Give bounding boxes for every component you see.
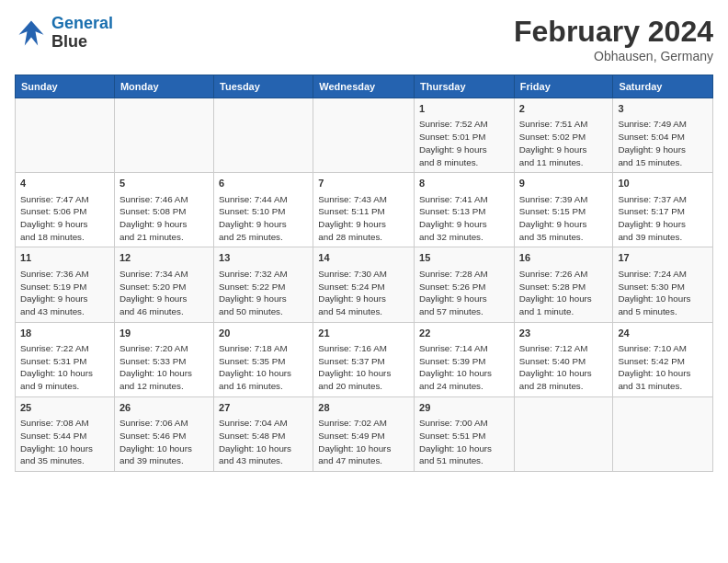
calendar-cell: 21Sunrise: 7:16 AM Sunset: 5:37 PM Dayli… [313,322,415,396]
calendar-cell: 4Sunrise: 7:47 AM Sunset: 5:06 PM Daylig… [16,173,115,247]
day-number: 26 [119,401,209,415]
day-number: 10 [618,177,708,190]
weekday-header: Saturday [613,75,713,98]
day-number: 29 [419,401,509,415]
logo-line2: Blue [51,33,113,52]
day-info: Sunrise: 7:02 AM Sunset: 5:49 PM Dayligh… [318,417,409,467]
day-info: Sunrise: 7:10 AM Sunset: 5:42 PM Dayligh… [618,342,708,393]
day-info: Sunrise: 7:44 AM Sunset: 5:10 PM Dayligh… [219,193,308,244]
day-number: 16 [519,251,609,265]
calendar-cell: 11Sunrise: 7:36 AM Sunset: 5:19 PM Dayli… [16,247,115,322]
day-number: 19 [119,327,209,340]
day-number: 17 [618,251,708,265]
calendar-cell: 20Sunrise: 7:18 AM Sunset: 5:35 PM Dayli… [214,322,313,396]
day-info: Sunrise: 7:30 AM Sunset: 5:24 PM Dayligh… [318,268,409,318]
day-number: 9 [519,177,609,190]
day-number: 27 [219,401,308,415]
calendar-cell: 15Sunrise: 7:28 AM Sunset: 5:26 PM Dayli… [415,247,515,322]
weekday-header: Wednesday [313,75,415,98]
calendar-cell: 6Sunrise: 7:44 AM Sunset: 5:10 PM Daylig… [214,173,313,247]
calendar-cell: 5Sunrise: 7:46 AM Sunset: 5:08 PM Daylig… [114,173,213,247]
day-info: Sunrise: 7:06 AM Sunset: 5:46 PM Dayligh… [119,417,209,467]
calendar-cell [613,396,713,471]
day-number: 14 [318,251,409,265]
title-block: February 2024 Obhausen, Germany [514,15,713,63]
calendar-cell: 24Sunrise: 7:10 AM Sunset: 5:42 PM Dayli… [613,322,713,396]
calendar-cell: 8Sunrise: 7:41 AM Sunset: 5:13 PM Daylig… [415,173,515,247]
calendar-cell: 2Sunrise: 7:51 AM Sunset: 5:02 PM Daylig… [514,98,613,173]
day-number: 18 [20,327,109,340]
day-number: 21 [318,327,409,340]
day-info: Sunrise: 7:16 AM Sunset: 5:37 PM Dayligh… [318,342,409,393]
day-info: Sunrise: 7:26 AM Sunset: 5:28 PM Dayligh… [519,268,609,318]
calendar-cell: 13Sunrise: 7:32 AM Sunset: 5:22 PM Dayli… [214,247,313,322]
calendar-cell: 22Sunrise: 7:14 AM Sunset: 5:39 PM Dayli… [415,322,515,396]
month-title: February 2024 [514,15,713,49]
day-info: Sunrise: 7:49 AM Sunset: 5:04 PM Dayligh… [618,118,708,168]
day-number: 25 [20,401,109,415]
calendar-cell [114,98,213,173]
day-number: 2 [519,102,609,116]
calendar-cell: 28Sunrise: 7:02 AM Sunset: 5:49 PM Dayli… [313,396,415,471]
day-number: 5 [119,177,209,190]
weekday-header: Monday [114,75,213,98]
day-info: Sunrise: 7:36 AM Sunset: 5:19 PM Dayligh… [20,268,109,318]
day-info: Sunrise: 7:12 AM Sunset: 5:40 PM Dayligh… [519,342,609,393]
calendar-cell [514,396,613,471]
logo-line1: General [51,14,113,32]
calendar-cell: 12Sunrise: 7:34 AM Sunset: 5:20 PM Dayli… [114,247,213,322]
day-number: 15 [419,251,509,265]
day-number: 3 [618,102,708,116]
day-info: Sunrise: 7:34 AM Sunset: 5:20 PM Dayligh… [119,268,209,318]
day-number: 28 [318,401,409,415]
day-info: Sunrise: 7:39 AM Sunset: 5:15 PM Dayligh… [519,193,609,244]
day-number: 24 [618,327,708,340]
logo-icon [15,17,48,50]
calendar-cell: 27Sunrise: 7:04 AM Sunset: 5:48 PM Dayli… [214,396,313,471]
day-info: Sunrise: 7:43 AM Sunset: 5:11 PM Dayligh… [318,193,409,244]
day-info: Sunrise: 7:32 AM Sunset: 5:22 PM Dayligh… [219,268,308,318]
day-info: Sunrise: 7:52 AM Sunset: 5:01 PM Dayligh… [419,118,509,168]
day-number: 11 [20,251,109,265]
day-info: Sunrise: 7:47 AM Sunset: 5:06 PM Dayligh… [20,193,109,244]
calendar-cell: 17Sunrise: 7:24 AM Sunset: 5:30 PM Dayli… [613,247,713,322]
calendar-cell: 18Sunrise: 7:22 AM Sunset: 5:31 PM Dayli… [16,322,115,396]
calendar-table: SundayMondayTuesdayWednesdayThursdayFrid… [15,75,713,472]
day-number: 22 [419,327,509,340]
weekday-header: Tuesday [214,75,313,98]
calendar-cell: 26Sunrise: 7:06 AM Sunset: 5:46 PM Dayli… [114,396,213,471]
day-info: Sunrise: 7:41 AM Sunset: 5:13 PM Dayligh… [419,193,509,244]
calendar-cell [313,98,415,173]
day-number: 8 [419,177,509,190]
day-number: 4 [20,177,109,190]
day-info: Sunrise: 7:28 AM Sunset: 5:26 PM Dayligh… [419,268,509,318]
day-info: Sunrise: 7:37 AM Sunset: 5:17 PM Dayligh… [618,193,708,244]
location: Obhausen, Germany [514,49,713,63]
day-info: Sunrise: 7:24 AM Sunset: 5:30 PM Dayligh… [618,268,708,318]
calendar-cell: 7Sunrise: 7:43 AM Sunset: 5:11 PM Daylig… [313,173,415,247]
day-info: Sunrise: 7:20 AM Sunset: 5:33 PM Dayligh… [119,342,209,393]
day-info: Sunrise: 7:04 AM Sunset: 5:48 PM Dayligh… [219,417,308,467]
calendar-cell: 23Sunrise: 7:12 AM Sunset: 5:40 PM Dayli… [514,322,613,396]
day-info: Sunrise: 7:22 AM Sunset: 5:31 PM Dayligh… [20,342,109,393]
calendar-cell: 16Sunrise: 7:26 AM Sunset: 5:28 PM Dayli… [514,247,613,322]
day-number: 23 [519,327,609,340]
calendar-cell: 10Sunrise: 7:37 AM Sunset: 5:17 PM Dayli… [613,173,713,247]
day-number: 6 [219,177,308,190]
weekday-header: Thursday [415,75,515,98]
calendar-cell: 19Sunrise: 7:20 AM Sunset: 5:33 PM Dayli… [114,322,213,396]
calendar-cell [214,98,313,173]
day-info: Sunrise: 7:18 AM Sunset: 5:35 PM Dayligh… [219,342,308,393]
day-number: 7 [318,177,409,190]
weekday-header: Sunday [16,75,115,98]
day-number: 1 [419,102,509,116]
calendar-cell: 29Sunrise: 7:00 AM Sunset: 5:51 PM Dayli… [415,396,515,471]
svg-marker-0 [19,20,44,45]
page-header: General Blue February 2024 Obhausen, Ger… [15,15,713,63]
calendar-cell: 9Sunrise: 7:39 AM Sunset: 5:15 PM Daylig… [514,173,613,247]
day-number: 20 [219,327,308,340]
weekday-header: Friday [514,75,613,98]
day-number: 13 [219,251,308,265]
calendar-cell: 3Sunrise: 7:49 AM Sunset: 5:04 PM Daylig… [613,98,713,173]
day-info: Sunrise: 7:51 AM Sunset: 5:02 PM Dayligh… [519,118,609,168]
